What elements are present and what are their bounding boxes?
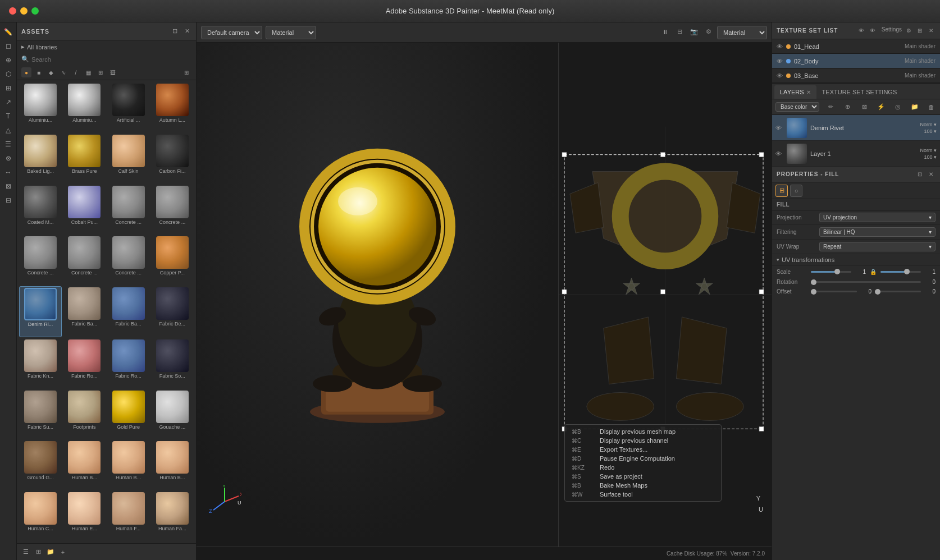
pause-icon[interactable]: ⏸ bbox=[659, 26, 671, 38]
render-mode-select[interactable]: Material Base Color Roughness Metallic bbox=[266, 26, 316, 39]
fill-mask-icon[interactable]: ○ bbox=[790, 185, 802, 197]
tsl-item-eye[interactable]: 👁 bbox=[777, 58, 783, 65]
smudge-tool[interactable]: ⊕ bbox=[2, 54, 15, 66]
tsl-close-icon[interactable]: ✕ bbox=[927, 26, 936, 35]
material-item-human-fa[interactable]: Human Fa... bbox=[151, 491, 194, 541]
material-item-footprints[interactable]: Footprints bbox=[63, 389, 106, 439]
assets-close-icon[interactable]: ✕ bbox=[182, 27, 191, 36]
material-item-fabric-so[interactable]: Fabric So... bbox=[151, 338, 194, 388]
material-item-baked[interactable]: Baked Lig... bbox=[19, 134, 62, 183]
split-icon[interactable]: ⊟ bbox=[673, 26, 686, 38]
material-item-human-b3[interactable]: Human B... bbox=[151, 440, 194, 490]
scale-slider-thumb-2[interactable] bbox=[904, 269, 910, 274]
minimize-button[interactable] bbox=[20, 7, 28, 15]
material-item-concrete3[interactable]: Concrete ... bbox=[19, 235, 62, 285]
filter-square-icon[interactable]: ■ bbox=[34, 67, 44, 77]
assets-expand-icon[interactable]: ⊡ bbox=[170, 27, 179, 36]
material-item-aluminium2[interactable]: Aluminiu... bbox=[63, 82, 106, 132]
viewport-3d[interactable]: X Y Z U bbox=[197, 43, 558, 547]
shape-tool[interactable]: △ bbox=[2, 124, 15, 136]
material-item-fabric-kn[interactable]: Fabric Kn... bbox=[19, 338, 62, 388]
measure-tool[interactable]: ↔ bbox=[2, 166, 15, 178]
all-libraries-row[interactable]: ▸ All libraries bbox=[17, 40, 196, 53]
uv-tool[interactable]: ⊠ bbox=[2, 180, 15, 192]
tab-layers-close[interactable]: ✕ bbox=[806, 89, 811, 95]
fill-tool[interactable]: ⬡ bbox=[2, 68, 15, 80]
material-item-calf[interactable]: Calf Skin bbox=[107, 134, 150, 183]
texture-set-item-02-body[interactable]: 👁 02_Body Main shader bbox=[772, 54, 940, 68]
material-item-artificial[interactable]: Artificial ... bbox=[107, 82, 150, 132]
material-item-concrete4[interactable]: Concrete ... bbox=[63, 235, 106, 285]
scale-slider-2[interactable] bbox=[880, 271, 921, 273]
close-button[interactable] bbox=[9, 7, 16, 15]
material-item-fabric-de[interactable]: Fabric De... bbox=[151, 286, 194, 337]
add-paint-layer-icon[interactable]: ⊕ bbox=[843, 102, 853, 112]
grid-view-icon[interactable]: ⊞ bbox=[181, 67, 191, 77]
material-item-human-c[interactable]: Human C... bbox=[19, 491, 62, 541]
texture-set-item-01-head[interactable]: 👁 01_Head Main shader bbox=[772, 39, 940, 54]
material-item-cobalt[interactable]: Cobalt Pu... bbox=[63, 185, 106, 235]
tsl-settings-cog[interactable]: ⚙ bbox=[904, 26, 913, 35]
material-item-fabric-ro[interactable]: Fabric Ro... bbox=[63, 338, 106, 388]
tsl-resize-icon[interactable]: ⊞ bbox=[915, 26, 924, 35]
material-item-denim[interactable]: Denim Ri... bbox=[19, 286, 62, 337]
picker-tool[interactable]: ⊗ bbox=[2, 152, 15, 164]
tsl-item-eye[interactable]: 👁 bbox=[777, 72, 783, 79]
layer-opacity-icon[interactable]: ◎ bbox=[893, 102, 903, 112]
tsl-eye-icon[interactable]: 👁 bbox=[857, 26, 866, 35]
tab-layers[interactable]: LAYERS ✕ bbox=[774, 85, 816, 99]
uv-transforms-header[interactable]: ▾ UV transformations bbox=[772, 254, 940, 266]
scale-slider-1[interactable] bbox=[811, 271, 851, 273]
layer-eye-icon[interactable]: 👁 bbox=[775, 150, 783, 157]
filtering-select[interactable]: Bilinear | HQ ▾ bbox=[819, 227, 936, 237]
drag-tool[interactable]: ☰ bbox=[2, 138, 15, 150]
material-item-human-b2[interactable]: Human B... bbox=[107, 440, 150, 490]
offset-slider-2[interactable] bbox=[875, 291, 921, 292]
add-mask-icon[interactable]: ⊠ bbox=[860, 102, 870, 112]
material-item-fabric-ba2[interactable]: Fabric Ba... bbox=[107, 286, 150, 337]
filter-texture-icon[interactable]: ▦ bbox=[83, 67, 93, 77]
filter-grid-icon[interactable]: ⊞ bbox=[95, 67, 106, 77]
settings-label[interactable]: Settings bbox=[882, 26, 902, 35]
filter-brush-icon[interactable]: / bbox=[71, 67, 81, 77]
material-item-carbon[interactable]: Carbon Fi... bbox=[151, 134, 194, 183]
material-item-human-b[interactable]: Human B... bbox=[63, 440, 106, 490]
tsl-item-eye[interactable]: 👁 bbox=[777, 43, 783, 50]
material-item-human-f[interactable]: Human F... bbox=[107, 491, 150, 541]
uv-viewport[interactable]: ⌘B Display previous mesh map ⌘C Display … bbox=[558, 43, 772, 547]
material-item-autumn[interactable]: Autumn L... bbox=[151, 82, 194, 132]
add-folder-icon[interactable]: 📁 bbox=[46, 548, 55, 557]
material-item-concrete1[interactable]: Concrete ... bbox=[107, 185, 150, 235]
bake-tool[interactable]: ⊟ bbox=[2, 194, 15, 206]
camera-select[interactable]: Default camera Top Bottom Front Back bbox=[201, 26, 262, 39]
material-item-concrete5[interactable]: Concrete ... bbox=[107, 235, 150, 285]
layer-eye-icon[interactable]: 👁 bbox=[775, 125, 783, 131]
camera-icon[interactable]: 📷 bbox=[688, 26, 700, 38]
eraser-tool[interactable]: ◻ bbox=[2, 40, 15, 52]
layer-item-denim-rivet[interactable]: 👁 Denim Rivet Norm ▾ 100 ▾ bbox=[772, 115, 940, 141]
select-tool[interactable]: ⊞ bbox=[2, 82, 15, 94]
search-input[interactable] bbox=[31, 56, 191, 63]
lock-icon[interactable]: 🔒 bbox=[869, 268, 877, 276]
material-item-fabric-ro2[interactable]: Fabric Ro... bbox=[107, 338, 150, 388]
material-item-brass[interactable]: Brass Pure bbox=[63, 134, 106, 183]
add-fill-layer-icon[interactable]: ✏ bbox=[826, 102, 836, 112]
texture-set-item-03-base[interactable]: 👁 03_Base Main shader bbox=[772, 68, 940, 83]
clone-tool[interactable]: ↗ bbox=[2, 96, 15, 108]
layer-item-layer1[interactable]: 👁 Layer 1 Norm ▾ 100 ▾ bbox=[772, 141, 940, 167]
material-item-concrete2[interactable]: Concrete ... bbox=[151, 185, 194, 235]
tab-texture-set-settings[interactable]: TEXTURE SET SETTINGS bbox=[816, 85, 903, 99]
material-item-fabric-ba[interactable]: Fabric Ba... bbox=[63, 286, 106, 337]
material-item-aluminium[interactable]: Aluminiu... bbox=[19, 82, 62, 132]
projection-select[interactable]: UV projection ▾ bbox=[819, 213, 936, 222]
filter-diamond-icon[interactable]: ◆ bbox=[46, 67, 56, 77]
material-item-gouache[interactable]: Gouache ... bbox=[151, 389, 194, 439]
rotation-slider[interactable] bbox=[811, 281, 921, 283]
filter-image-icon[interactable]: 🖼 bbox=[108, 67, 118, 77]
maximize-button[interactable] bbox=[31, 7, 39, 15]
list-view-icon[interactable]: ☰ bbox=[21, 548, 30, 557]
prop-resize-icon[interactable]: ⊡ bbox=[915, 170, 924, 179]
settings-icon[interactable]: ⚙ bbox=[702, 26, 715, 38]
text-tool[interactable]: T bbox=[2, 110, 15, 122]
material-item-human-e[interactable]: Human E... bbox=[63, 491, 106, 541]
